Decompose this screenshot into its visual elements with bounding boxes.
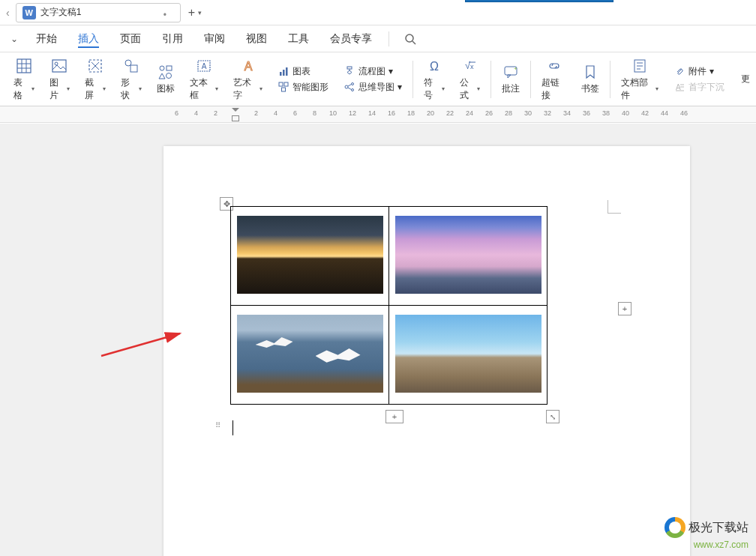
table-resize-handle[interactable]: [546, 410, 560, 423]
ruler-tick: 2: [254, 109, 258, 117]
formula-button[interactable]: √x 公式▾: [452, 55, 488, 103]
new-tab-button[interactable]: + ▾: [188, 6, 203, 19]
image-sunset[interactable]: [237, 216, 383, 294]
table-cell[interactable]: [231, 306, 389, 405]
shape-button[interactable]: 形状▾: [113, 55, 149, 103]
image-panorama[interactable]: [395, 315, 542, 393]
table-add-row-handle[interactable]: +: [386, 410, 404, 423]
ruler-tick: 6: [293, 109, 297, 117]
screenshot-button[interactable]: 截屏▾: [77, 55, 113, 103]
table-row: [231, 306, 548, 405]
textbox-button[interactable]: A 文本框▾: [182, 55, 226, 103]
ruler-tick: 16: [388, 109, 395, 117]
ruler-tick: 22: [446, 109, 454, 117]
image-table[interactable]: [230, 206, 548, 405]
attachment-label: 附件: [688, 65, 706, 78]
menu-item-1[interactable]: 插入: [68, 25, 110, 52]
ruler-tick: 36: [583, 109, 590, 117]
ruler-tick: 12: [349, 109, 356, 117]
table-row: [231, 207, 548, 306]
svg-point-29: [352, 83, 354, 85]
paragraph-drag-handle[interactable]: ⠿: [215, 423, 221, 428]
document-area: + + ⠿: [0, 124, 756, 556]
ruler-tick: 46: [680, 109, 688, 117]
textbox-label: 文本框: [190, 76, 214, 102]
docparts-button[interactable]: 文档部件▾: [614, 55, 666, 103]
watermark-url: www.xz7.com: [664, 540, 748, 550]
svg-line-1: [412, 41, 416, 44]
menu-item-5[interactable]: 视图: [236, 25, 278, 52]
ruler-tick: 32: [544, 109, 551, 117]
chevron-down-icon: ▾: [198, 9, 202, 16]
file-menu-dropdown[interactable]: ⌄: [3, 34, 26, 44]
search-button[interactable]: [395, 33, 425, 45]
svg-rect-7: [52, 60, 66, 72]
table-button[interactable]: 表格▾: [6, 55, 42, 103]
picture-button[interactable]: 图片▾: [42, 55, 78, 103]
ruler-tick: 44: [661, 109, 668, 117]
symbol-icon: Ω: [425, 57, 443, 75]
more-button[interactable]: 更: [732, 73, 750, 85]
icon-label: 图标: [157, 82, 175, 95]
ruler-tick: 2: [214, 109, 218, 117]
ruler-tick: 4: [194, 109, 198, 117]
icon-button[interactable]: 图标: [149, 55, 182, 103]
image-pink-sky[interactable]: [395, 216, 542, 294]
ruler-tick: 20: [427, 109, 434, 117]
table-cell[interactable]: [231, 207, 389, 306]
table-cell[interactable]: [389, 306, 548, 405]
svg-text:A: A: [244, 60, 252, 73]
ruler-tick: 10: [329, 109, 337, 117]
close-prev-icon[interactable]: ‹: [3, 7, 13, 19]
svg-rect-20: [283, 70, 285, 76]
ruler-tick: 14: [368, 109, 376, 117]
table-cell[interactable]: [389, 207, 548, 306]
mindmap-label: 思维导图: [358, 81, 394, 94]
menu-item-7[interactable]: 会员专享: [320, 25, 382, 52]
smartart-icon: [278, 81, 290, 93]
table-add-column-handle[interactable]: +: [618, 302, 632, 315]
menu-item-3[interactable]: 引用: [152, 25, 194, 52]
comment-button[interactable]: + 批注: [494, 55, 527, 103]
dropcap-button: A首字下沉: [674, 81, 724, 94]
menu-item-0[interactable]: 开始: [26, 25, 68, 52]
ruler-tick: 28: [505, 109, 512, 117]
menu-item-6[interactable]: 工具: [278, 25, 320, 52]
bookmark-button[interactable]: 书签: [574, 55, 607, 103]
indent-marker[interactable]: [232, 108, 239, 121]
ribbon-divider: [412, 61, 413, 98]
menu-item-2[interactable]: 页面: [110, 25, 152, 52]
document-page[interactable]: + + ⠿: [164, 146, 690, 556]
svg-text:A: A: [676, 83, 681, 91]
svg-marker-14: [159, 73, 165, 79]
watermark: 极光下载站 www.xz7.com: [664, 517, 748, 550]
ruler-tick: 6: [175, 109, 178, 117]
svg-line-31: [348, 85, 352, 87]
document-tab[interactable]: W 文字文稿1 •: [16, 3, 181, 22]
smartart-button[interactable]: 智能图形: [278, 81, 328, 94]
ruler-tick: 26: [485, 109, 493, 117]
mindmap-button[interactable]: 思维导图▾: [344, 81, 402, 94]
tab-title: 文字文稿1: [40, 6, 164, 19]
chart-button[interactable]: 图表: [278, 65, 328, 78]
dropcap-label: 首字下沉: [688, 81, 724, 94]
menu-item-4[interactable]: 审阅: [194, 25, 236, 52]
svg-rect-22: [279, 82, 283, 86]
ruler-tick: 30: [524, 109, 532, 117]
horizontal-ruler[interactable]: 6422468101214161820222426283032343638404…: [161, 108, 756, 121]
svg-text:x: x: [470, 63, 474, 70]
margin-marker: [608, 200, 621, 214]
attachment-button[interactable]: 附件▾: [674, 65, 724, 78]
watermark-text: 极光下载站: [688, 520, 748, 536]
svg-rect-25: [347, 67, 352, 69]
formula-icon: √x: [460, 57, 478, 75]
wordart-button[interactable]: A 艺术字▾: [226, 55, 270, 103]
ruler-tick: 40: [622, 109, 629, 117]
flowchart-button[interactable]: 流程图▾: [344, 65, 402, 78]
svg-rect-13: [166, 66, 172, 70]
hyperlink-button[interactable]: 超链接: [534, 55, 574, 103]
ribbon-toolbar: 表格▾ 图片▾ 截屏▾ 形状▾ 图标 A 文本框▾ A 艺术字▾ 图表 智能图形…: [0, 52, 756, 106]
symbol-button[interactable]: Ω 符号▾: [416, 55, 452, 103]
shape-icon: [122, 57, 140, 75]
image-seagulls[interactable]: [237, 315, 383, 393]
